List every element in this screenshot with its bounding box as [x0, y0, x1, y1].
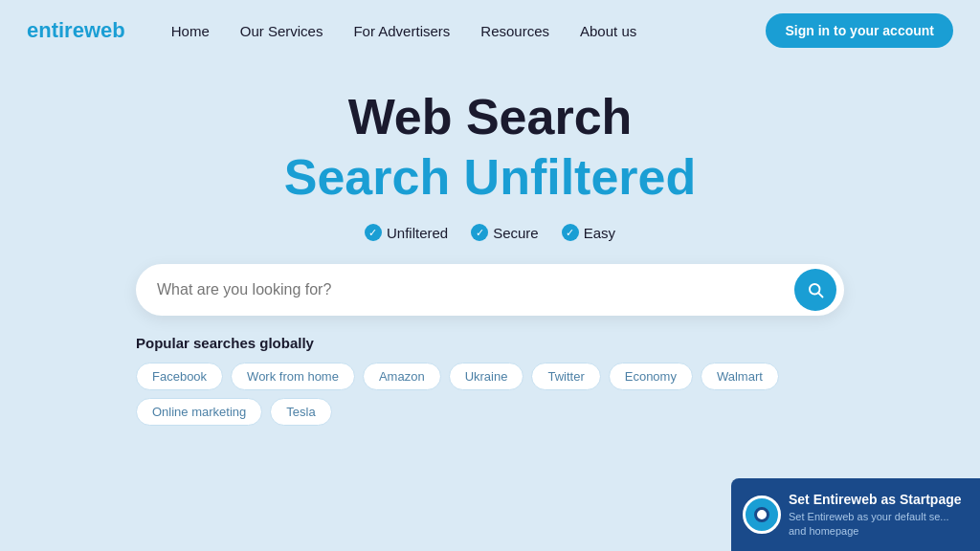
search-button[interactable]	[794, 269, 836, 311]
search-icon	[807, 281, 824, 298]
tag-online-marketing[interactable]: Online marketing	[136, 398, 262, 426]
search-container	[136, 264, 844, 316]
badge-unfiltered: ✓ Unfiltered	[365, 224, 448, 241]
tag-tesla[interactable]: Tesla	[270, 398, 331, 426]
hero-section: Web Search Search Unfiltered ✓ Unfiltere…	[0, 61, 980, 445]
hero-subtitle: Search Unfiltered	[284, 150, 697, 205]
check-icon-secure: ✓	[471, 224, 488, 241]
popular-searches-section: Popular searches globally Facebook Work …	[136, 335, 844, 426]
popular-searches-title: Popular searches globally	[136, 335, 844, 351]
tag-economy[interactable]: Economy	[609, 363, 693, 390]
tag-ukraine[interactable]: Ukraine	[449, 363, 524, 390]
logo-text-entire: entire	[27, 18, 84, 42]
startpage-widget-description: Set Entireweb as your default se... and …	[789, 510, 965, 538]
badge-label-easy: Easy	[584, 225, 615, 241]
tag-facebook[interactable]: Facebook	[136, 363, 223, 390]
nav-links: Home Our Services For Advertisers Resour…	[171, 23, 767, 39]
sign-in-button[interactable]: Sign in to your account	[766, 13, 953, 48]
tag-work-from-home[interactable]: Work from home	[231, 363, 355, 390]
startpage-widget-icon	[743, 496, 781, 534]
tag-twitter[interactable]: Twitter	[531, 363, 600, 390]
navbar: entireweb Home Our Services For Advertis…	[0, 0, 980, 61]
badge-label-secure: Secure	[493, 225, 539, 241]
nav-resources[interactable]: Resources	[480, 23, 549, 39]
badge-list: ✓ Unfiltered ✓ Secure ✓ Easy	[365, 224, 615, 241]
startpage-widget-title: Set Entireweb as Startpage	[789, 492, 965, 507]
search-input[interactable]	[136, 264, 844, 316]
check-icon: ✓	[365, 224, 382, 241]
nav-our-services[interactable]: Our Services	[240, 23, 323, 39]
startpage-widget[interactable]: Set Entireweb as Startpage Set Entireweb…	[731, 478, 980, 551]
tag-walmart[interactable]: Walmart	[701, 363, 779, 390]
svg-line-1	[818, 294, 822, 298]
hero-title: Web Search	[348, 90, 633, 144]
nav-home[interactable]: Home	[171, 23, 210, 39]
nav-about-us[interactable]: About us	[580, 23, 636, 39]
nav-for-advertisers[interactable]: For Advertisers	[353, 23, 450, 39]
badge-label-unfiltered: Unfiltered	[387, 225, 448, 241]
badge-easy: ✓ Easy	[562, 224, 615, 241]
tag-amazon[interactable]: Amazon	[363, 363, 441, 390]
logo[interactable]: entireweb	[27, 18, 125, 43]
logo-text-web: web	[84, 18, 125, 42]
badge-secure: ✓ Secure	[471, 224, 539, 241]
check-icon-easy: ✓	[562, 224, 579, 241]
startpage-widget-inner-circle	[754, 507, 769, 522]
popular-tags: Facebook Work from home Amazon Ukraine T…	[136, 363, 844, 426]
